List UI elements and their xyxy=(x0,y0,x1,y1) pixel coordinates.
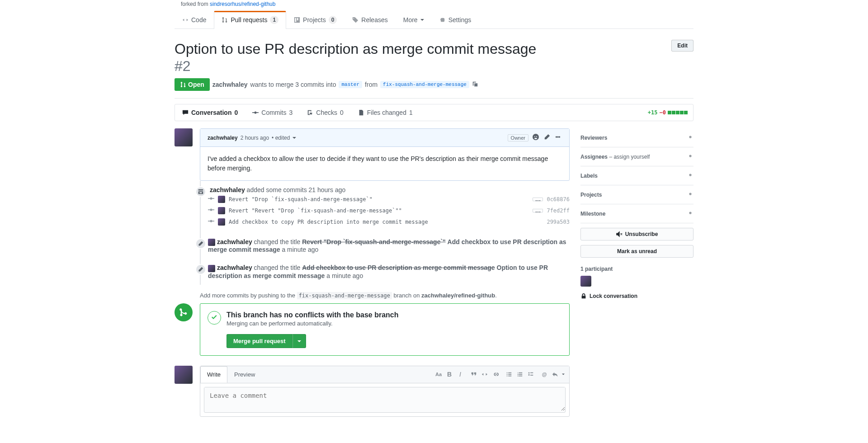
kebab-icon[interactable] xyxy=(554,133,562,142)
git-commit-icon xyxy=(208,207,214,214)
edit-comment-icon[interactable] xyxy=(543,133,551,142)
comment-textarea[interactable] xyxy=(204,387,565,411)
avatar[interactable] xyxy=(218,218,225,226)
pr-number: #2 xyxy=(175,58,536,75)
nav-code[interactable]: Code xyxy=(175,11,214,28)
title-change-event: zachwhaley changed the title Revert "Dro… xyxy=(208,238,570,253)
participant-avatar[interactable] xyxy=(580,276,591,287)
assign-yourself-link[interactable]: assign yourself xyxy=(613,154,650,160)
merge-options-dropdown[interactable] xyxy=(292,334,306,348)
commit-row: Revert "Revert "Drop `fix-squash-and-mer… xyxy=(208,205,570,216)
title-change-event: zachwhaley changed the title Add checkbo… xyxy=(208,264,570,279)
nav-pull-requests[interactable]: Pull requests 1 xyxy=(214,11,286,29)
mark-unread-button[interactable]: Mark as unread xyxy=(580,245,693,258)
gear-icon[interactable] xyxy=(687,153,693,160)
projects-header[interactable]: Projects xyxy=(580,191,693,198)
comment-body: I've added a checkbox to allow the user … xyxy=(200,147,569,180)
code-icon[interactable] xyxy=(481,370,489,378)
commit-sha[interactable]: 7fed2ff xyxy=(547,207,570,214)
unsubscribe-button[interactable]: Unsubscribe xyxy=(580,228,693,240)
commit-message[interactable]: Revert "Drop `fix-squash-and-merge-messa… xyxy=(229,196,529,203)
italic-icon[interactable]: I xyxy=(456,370,464,378)
pr-count-badge: 1 xyxy=(270,16,278,24)
labels-header[interactable]: Labels xyxy=(580,172,693,179)
repo-push-icon xyxy=(195,186,206,197)
commit-row: Add checkbox to copy PR description into… xyxy=(208,216,570,227)
tab-files-changed[interactable]: Files changed 1 xyxy=(351,104,420,121)
diffstat: +15 −0 xyxy=(648,109,693,116)
git-commit-icon xyxy=(252,109,259,116)
numbered-list-icon[interactable] xyxy=(516,370,524,378)
comment-time: 2 hours ago xyxy=(241,135,269,141)
assignees-header[interactable]: Assignees – assign yourself xyxy=(580,153,693,160)
write-tab[interactable]: Write xyxy=(200,366,227,383)
nav-settings[interactable]: Settings xyxy=(432,11,479,28)
gear-icon[interactable] xyxy=(687,134,693,141)
nav-projects[interactable]: Projects 0 xyxy=(286,11,344,28)
participants-label: 1 participant xyxy=(580,266,693,272)
nav-more[interactable]: More xyxy=(396,11,432,28)
ellipsis-button[interactable]: … xyxy=(533,209,543,212)
tag-icon xyxy=(352,17,359,23)
merge-pull-request-button[interactable]: Merge pull request xyxy=(226,334,292,348)
commit-sha[interactable]: 0c68876 xyxy=(547,196,570,203)
pr-title: Option to use PR description as merge co… xyxy=(175,40,536,58)
markdown-toolbar: Aa B I xyxy=(434,370,569,378)
bold-icon[interactable]: B xyxy=(445,370,453,378)
merge-panel: This branch has no conflicts with the ba… xyxy=(200,303,570,356)
lock-conversation[interactable]: Lock conversation xyxy=(580,293,693,299)
task-list-icon[interactable] xyxy=(527,370,535,378)
ellipsis-button[interactable]: … xyxy=(533,198,543,201)
code-icon xyxy=(182,17,189,23)
head-branch[interactable]: fix-squash-and-merge-message xyxy=(380,81,469,88)
gear-icon[interactable] xyxy=(687,210,693,217)
edit-button[interactable]: Edit xyxy=(671,40,693,52)
tab-conversation[interactable]: Conversation 0 xyxy=(175,104,245,121)
add-reaction-icon[interactable] xyxy=(531,132,540,143)
commit-message[interactable]: Add checkbox to copy PR description into… xyxy=(229,219,543,225)
chevron-down-icon[interactable] xyxy=(292,136,296,140)
issue-comment: zachwhaley 2 hours ago • edited Owner xyxy=(200,128,570,181)
pr-meta: Open zachwhaley wants to merge 3 commits… xyxy=(175,78,693,99)
comment-author[interactable]: zachwhaley xyxy=(208,135,238,141)
chevron-down-icon[interactable] xyxy=(562,373,565,376)
avatar[interactable] xyxy=(175,366,193,384)
avatar[interactable] xyxy=(175,128,193,146)
link-icon[interactable] xyxy=(491,370,500,378)
file-diff-icon xyxy=(358,109,364,116)
gear-icon[interactable] xyxy=(687,172,693,179)
pr-author-link[interactable]: zachwhaley xyxy=(212,81,248,88)
copy-branch-icon[interactable] xyxy=(472,81,478,89)
comment-edited[interactable]: • edited xyxy=(272,135,290,141)
mention-icon[interactable]: @ xyxy=(540,370,548,378)
milestone-header[interactable]: Milestone xyxy=(580,210,693,217)
gear-icon xyxy=(439,17,446,23)
checklist-icon xyxy=(307,109,313,116)
owner-badge: Owner xyxy=(508,134,528,141)
tab-commits[interactable]: Commits 3 xyxy=(245,104,300,121)
bullet-list-icon[interactable] xyxy=(505,370,513,378)
tab-checks[interactable]: Checks 0 xyxy=(300,104,350,121)
git-pull-request-icon xyxy=(180,81,186,88)
heading-icon[interactable]: Aa xyxy=(434,370,443,378)
nav-releases[interactable]: Releases xyxy=(344,11,395,28)
avatar[interactable] xyxy=(218,207,225,214)
push-hint: Add more commits by pushing to the fix-s… xyxy=(200,292,570,299)
git-commit-icon xyxy=(208,195,214,203)
base-branch[interactable]: master xyxy=(339,81,362,88)
preview-tab[interactable]: Preview xyxy=(227,366,262,383)
commit-message[interactable]: Revert "Revert "Drop `fix-squash-and-mer… xyxy=(229,207,529,214)
avatar[interactable] xyxy=(218,196,225,203)
lock-icon xyxy=(580,293,587,299)
repo-nav: Code Pull requests 1 Projects 0 Releases… xyxy=(175,11,693,29)
forked-from-link[interactable]: sindresorhus/refined-github xyxy=(210,1,275,7)
chevron-down-icon xyxy=(420,18,424,22)
commit-sha[interactable]: 299a503 xyxy=(547,219,570,225)
mute-icon xyxy=(616,231,623,237)
gear-icon[interactable] xyxy=(687,191,693,198)
merge-sub: Merging can be performed automatically. xyxy=(226,320,399,327)
reply-icon[interactable] xyxy=(551,370,559,378)
quote-icon[interactable] xyxy=(470,370,478,378)
reviewers-header[interactable]: Reviewers xyxy=(580,134,693,141)
projects-count-badge: 0 xyxy=(329,16,337,24)
